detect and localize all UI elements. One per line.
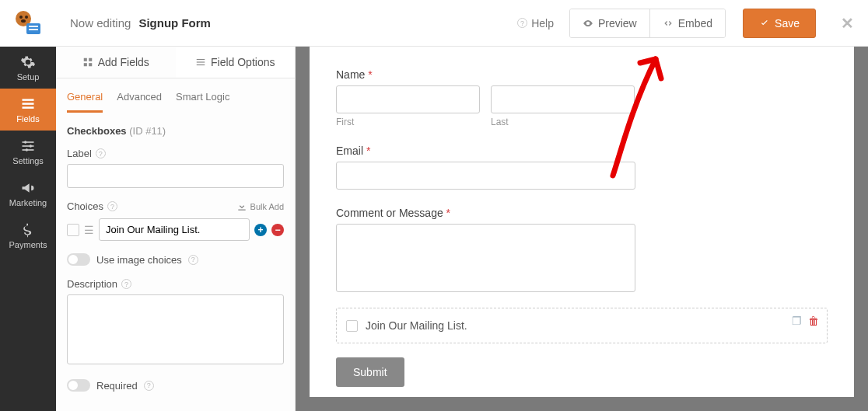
trash-icon[interactable]: 🗑	[808, 315, 819, 327]
save-button[interactable]: Save	[743, 9, 816, 38]
bullhorn-icon	[20, 180, 36, 196]
last-name-input[interactable]	[491, 85, 635, 113]
svg-rect-16	[83, 58, 86, 61]
help-icon: ?	[517, 18, 527, 28]
tab-add-fields[interactable]: Add Fields	[56, 47, 176, 78]
preview-canvas[interactable]: Name * First Last Email *	[310, 47, 854, 397]
subtab-general[interactable]: General	[67, 91, 103, 113]
title-prefix: Now editing	[70, 16, 131, 30]
label-input[interactable]	[67, 164, 284, 188]
nav-fields-label: Fields	[16, 114, 39, 124]
preview-choice-label: Join Our Mailing List.	[366, 319, 467, 332]
wpforms-logo	[0, 0, 56, 47]
nav-setup-label: Setup	[17, 72, 40, 82]
image-choices-toggle[interactable]	[67, 253, 90, 266]
svg-rect-22	[197, 64, 205, 65]
comment-field-label: Comment or Message *	[336, 207, 828, 219]
nav-payments[interactable]: Payments	[0, 214, 56, 256]
selected-checkbox-field[interactable]: ❐ 🗑 Join Our Mailing List.	[336, 308, 828, 343]
help-icon[interactable]: ?	[107, 201, 117, 211]
options-sidebar: Add Fields Field Options General Advance…	[56, 47, 296, 411]
choices-label: Choices	[67, 200, 103, 212]
svg-point-15	[26, 148, 28, 151]
help-label: Help	[531, 17, 554, 30]
duplicate-icon[interactable]: ❐	[792, 315, 802, 327]
svg-rect-7	[23, 99, 34, 100]
remove-choice-icon[interactable]: −	[271, 224, 284, 236]
tab-field-options[interactable]: Field Options	[176, 47, 296, 78]
help-icon[interactable]: ?	[188, 255, 198, 265]
svg-point-3	[21, 19, 26, 23]
svg-point-2	[25, 16, 28, 19]
nav-marketing[interactable]: Marketing	[0, 172, 56, 214]
choice-input[interactable]	[99, 218, 250, 241]
svg-rect-10	[23, 141, 34, 143]
dollar-icon	[20, 222, 36, 238]
svg-rect-19	[89, 63, 92, 66]
email-field-label: Email *	[336, 145, 828, 157]
preview-canvas-wrap: Name * First Last Email *	[296, 47, 868, 411]
name-field-label: Name *	[336, 68, 828, 81]
svg-rect-20	[197, 59, 205, 60]
list-icon	[20, 96, 36, 112]
submit-button[interactable]: Submit	[336, 357, 404, 387]
form-title[interactable]: Signup Form	[138, 16, 211, 30]
topbar: Now editing Signup Form ? Help Preview E…	[56, 0, 868, 47]
code-icon	[663, 18, 674, 29]
bulk-add-label: Bulk Add	[250, 202, 284, 211]
embed-label: Embed	[678, 17, 712, 30]
svg-point-13	[24, 141, 26, 143]
embed-button[interactable]: Embed	[649, 9, 725, 37]
required-toggle[interactable]	[67, 379, 90, 392]
nav-fields[interactable]: Fields	[0, 89, 56, 131]
check-icon	[759, 18, 770, 29]
nav-payments-label: Payments	[9, 240, 47, 249]
choice-default-checkbox[interactable]	[67, 224, 79, 236]
download-icon	[236, 201, 247, 212]
preview-label: Preview	[598, 17, 637, 30]
save-label: Save	[775, 17, 800, 30]
nav-settings[interactable]: Settings	[0, 131, 56, 172]
svg-rect-9	[23, 106, 34, 109]
description-label: Description	[67, 278, 117, 290]
svg-rect-11	[23, 145, 34, 147]
help-icon[interactable]: ?	[144, 381, 154, 391]
first-sublabel: First	[336, 117, 480, 127]
close-icon[interactable]: ✕	[841, 14, 854, 33]
main-nav: Setup Fields Settings Marketing Payments	[0, 0, 56, 411]
comment-input[interactable]	[336, 224, 635, 292]
svg-point-1	[19, 16, 23, 19]
field-type: Checkboxes	[67, 125, 127, 137]
grid-icon	[82, 57, 93, 68]
drag-handle-icon[interactable]: ☰	[84, 224, 94, 236]
field-id: (ID #11)	[129, 125, 166, 137]
preview-button[interactable]: Preview	[570, 9, 649, 37]
bulk-add-link[interactable]: Bulk Add	[236, 201, 284, 212]
choice-row: ☰ + −	[67, 218, 284, 241]
add-choice-icon[interactable]: +	[254, 224, 267, 236]
email-input[interactable]	[336, 162, 635, 190]
svg-rect-21	[197, 61, 205, 62]
tab-add-fields-label: Add Fields	[98, 56, 149, 68]
image-choices-label: Use image choices	[96, 254, 182, 266]
last-sublabel: Last	[491, 117, 635, 127]
help-icon[interactable]: ?	[121, 279, 131, 289]
svg-rect-5	[29, 26, 38, 27]
description-input[interactable]	[67, 294, 284, 364]
svg-point-14	[30, 145, 32, 147]
sliders-icon	[20, 138, 36, 154]
svg-rect-6	[29, 29, 38, 30]
required-label: Required	[96, 380, 138, 392]
svg-rect-17	[89, 58, 92, 61]
help-icon[interactable]: ?	[96, 148, 106, 158]
subtab-smart-logic[interactable]: Smart Logic	[176, 91, 229, 113]
nav-marketing-label: Marketing	[9, 198, 47, 207]
subtab-advanced[interactable]: Advanced	[117, 91, 162, 113]
help-link[interactable]: ? Help	[517, 17, 554, 30]
nav-setup[interactable]: Setup	[0, 47, 56, 89]
sliders-icon	[195, 57, 206, 68]
preview-checkbox[interactable]	[346, 320, 358, 332]
eye-icon	[583, 18, 593, 29]
first-name-input[interactable]	[336, 85, 480, 113]
field-header: Checkboxes (ID #11)	[67, 125, 284, 137]
